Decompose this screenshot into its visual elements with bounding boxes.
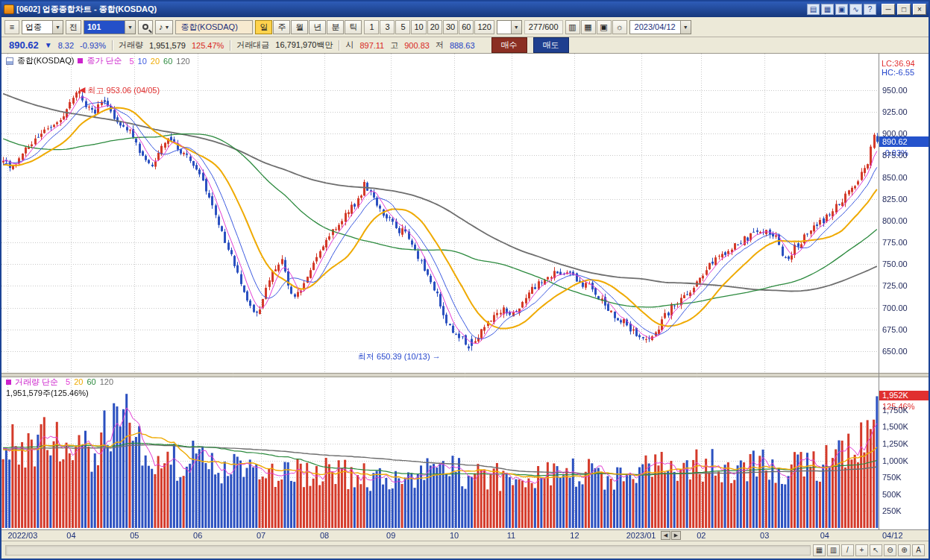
keyboard-icon[interactable]: ▤ — [807, 4, 820, 15]
period-button-일[interactable]: 일 — [255, 20, 272, 34]
close-button[interactable]: × — [913, 4, 926, 15]
open-value: 897.11 — [359, 41, 384, 50]
period-button-group: 일주월년분틱 — [255, 20, 362, 34]
crosshair-icon[interactable]: + — [855, 544, 868, 556]
chart-area[interactable]: 종합(KOSDAQ) 종가 단순 5102060120 ◀ 최고 953.06 … — [1, 54, 929, 541]
quote-bar: 890.62 ▼ 8.32 -0.93% 거래량 1,951,579 125.4… — [1, 37, 929, 54]
separator — [339, 40, 339, 51]
price-tick-label: 950.00 — [882, 86, 908, 95]
pane-icon — [6, 57, 13, 65]
sector-dropdown-value: 업종 — [22, 21, 52, 34]
sector-code-input[interactable]: 101 ▼ — [84, 20, 136, 34]
ma-period-60: 60 — [163, 57, 172, 66]
zoom-out-icon[interactable]: ⊖ — [884, 544, 896, 556]
time-tick-label: 11 — [507, 531, 515, 540]
left-arrow-icon: ◀ — [79, 85, 85, 96]
low-label: 저 — [436, 40, 444, 51]
time-tick-label: 2022/03 — [7, 531, 37, 540]
price-volume-chart-canvas[interactable] — [1, 54, 929, 541]
sound-alert-button[interactable]: ♪ ▼ — [155, 20, 173, 34]
search-icon[interactable] — [138, 20, 153, 34]
volume-ma-period-list: 52060120 — [62, 377, 113, 386]
hc-readout: HC:-6.55 — [882, 68, 914, 77]
maximize-button[interactable]: □ — [897, 4, 911, 15]
period-button-틱[interactable]: 틱 — [345, 20, 362, 34]
price-tick-label: 800.00 — [882, 216, 908, 225]
buy-button[interactable]: 매수 — [491, 37, 527, 53]
interval-button-5[interactable]: 5 — [395, 20, 410, 34]
volume-readout: 1,951,579주(125.46%) — [6, 388, 89, 399]
period-button-년[interactable]: 년 — [309, 20, 326, 34]
scroll-left-button[interactable]: ◀ — [661, 531, 670, 540]
custom-interval-dropdown[interactable]: ▼ — [497, 20, 522, 34]
price-tick-label: 700.00 — [882, 303, 908, 312]
ma-period-60: 60 — [87, 377, 95, 386]
interval-button-30[interactable]: 30 — [443, 20, 458, 34]
multi-screen-icon[interactable]: ▦ — [821, 4, 834, 15]
pointer-icon[interactable]: ↖ — [870, 544, 882, 556]
app-logo-icon — [4, 4, 14, 14]
time-tick-label: 08 — [320, 531, 329, 540]
price-tick-label: 875.00 — [882, 151, 908, 160]
period-button-분[interactable]: 분 — [327, 20, 344, 34]
chart-symbol-title: 종합(KOSDAQ) — [17, 55, 74, 66]
settings-gear-icon[interactable]: ☼ — [612, 20, 627, 34]
sell-button[interactable]: 매도 — [533, 37, 569, 53]
period-button-주[interactable]: 주 — [273, 20, 290, 34]
sector-code-value: 101 — [84, 21, 125, 34]
volume-pane-legend: 거래량 단순 52060120 — [6, 377, 113, 386]
code-dropdown-arrow-icon[interactable]: ▼ — [125, 21, 135, 34]
window-title: [0602] 업종종합차트 - 종합(KOSDAQ) — [16, 4, 805, 15]
app-window: [0602] 업종종합차트 - 종합(KOSDAQ) ▤▦▣∿? ─ □ × ≡… — [0, 0, 930, 560]
period-button-월[interactable]: 월 — [291, 20, 308, 34]
calendar-dropdown-arrow-icon[interactable]: ▼ — [680, 21, 691, 34]
chart-menu-icon[interactable]: ≡ — [4, 20, 19, 34]
ma-period-5: 5 — [66, 377, 70, 386]
interval-button-10[interactable]: 10 — [411, 20, 426, 34]
minimize-button[interactable]: ─ — [882, 4, 895, 15]
time-tick-label: 03 — [760, 531, 769, 540]
price-ma-period-list: 5102060120 — [125, 57, 189, 66]
scroll-right-button[interactable]: ▶ — [671, 531, 681, 540]
pane-layout-icon[interactable]: ▥ — [827, 544, 840, 556]
help-icon[interactable]: ? — [864, 4, 876, 15]
font-size-icon[interactable]: A — [912, 544, 925, 556]
grid-toggle-icon[interactable]: ▦ — [813, 544, 826, 556]
interval-button-3[interactable]: 3 — [380, 20, 395, 34]
time-tick-label: 12 — [570, 531, 579, 540]
time-tick-label: 04 — [66, 531, 75, 540]
compare-chart-icon[interactable]: ▦ — [581, 20, 596, 34]
custom-interval-value — [497, 21, 511, 34]
price-ma-label: 종가 단순 — [87, 55, 122, 66]
dropdown-arrow-icon[interactable]: ▼ — [52, 21, 63, 34]
speaker-icon: ♪ — [159, 22, 163, 31]
ma-period-20: 20 — [151, 57, 160, 66]
interval-button-1[interactable]: 1 — [364, 20, 379, 34]
interval-button-20[interactable]: 20 — [427, 20, 442, 34]
zoom-in-icon[interactable]: ⊕ — [898, 544, 911, 556]
volume-tick-label: 500K — [882, 490, 902, 499]
sector-dropdown[interactable]: 업종 ▼ — [22, 20, 63, 34]
trend-line-icon[interactable]: / — [841, 544, 854, 556]
speaker-dropdown-arrow-icon[interactable]: ▼ — [165, 25, 170, 30]
price-tick-label: 675.00 — [882, 325, 908, 334]
title-bar[interactable]: [0602] 업종종합차트 - 종합(KOSDAQ) ▤▦▣∿? ─ □ × — [1, 1, 929, 17]
all-sectors-button[interactable]: 전 — [66, 20, 81, 34]
interval-button-60[interactable]: 60 — [459, 20, 474, 34]
volume-pct: 125.47% — [192, 41, 224, 50]
volume-tick-label: 750K — [882, 473, 902, 482]
chart-style-icon[interactable]: ▥ — [565, 20, 580, 34]
date-field[interactable]: 2023/04/12 ▼ — [629, 20, 691, 34]
interval-dropdown-arrow-icon[interactable]: ▼ — [511, 21, 521, 34]
interval-button-group: 13510203060120 — [364, 20, 494, 34]
mini-chart-icon[interactable]: ∿ — [849, 4, 862, 15]
price-change: 8.32 — [58, 41, 74, 50]
volume-tick-label: 250K — [882, 506, 902, 515]
copy-window-icon[interactable]: ▣ — [835, 4, 848, 15]
value-amount: 16,791,970백만 — [275, 40, 333, 51]
right-arrow-icon: → — [433, 351, 441, 362]
save-chart-icon[interactable]: ▣ — [597, 20, 612, 34]
bottom-status-bar: ▦▥/+↖⊖⊕A — [1, 541, 929, 559]
chart-toolbar: ≡ 업종 ▼ 전 101 ▼ ♪ ▼ 종합(KOSDAQ) 일주월년분틱 135… — [1, 17, 929, 37]
interval-button-120[interactable]: 120 — [474, 20, 494, 34]
